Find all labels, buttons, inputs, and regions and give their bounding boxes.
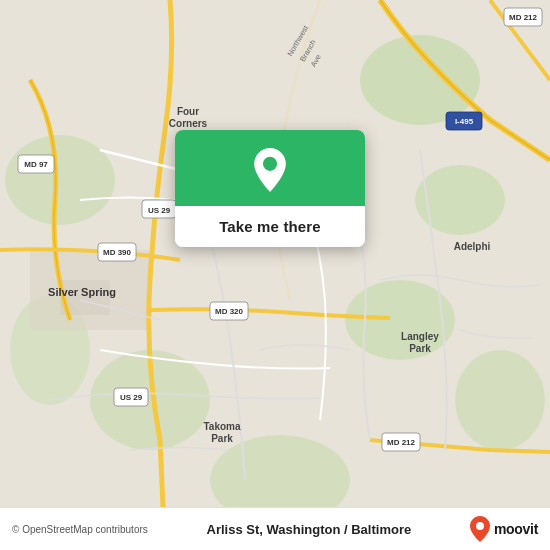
location-popup: Take me there <box>175 130 365 247</box>
svg-text:Park: Park <box>409 343 431 354</box>
svg-text:Four: Four <box>177 106 199 117</box>
attribution-text: © OpenStreetMap contributors <box>12 524 148 535</box>
svg-text:Silver Spring: Silver Spring <box>48 286 116 298</box>
moovit-logo: moovit <box>470 516 538 542</box>
map-container: MD 97 US 29 US 29 MD 390 MD 320 I-495 MD… <box>0 0 550 550</box>
svg-point-39 <box>263 157 277 171</box>
take-me-there-button[interactable]: Take me there <box>175 206 365 247</box>
moovit-pin-icon <box>470 516 490 542</box>
svg-text:I-495: I-495 <box>455 117 474 126</box>
svg-text:Takoma: Takoma <box>203 421 240 432</box>
svg-text:Adelphi: Adelphi <box>454 241 491 252</box>
location-pin-icon <box>248 148 292 192</box>
svg-point-6 <box>455 350 545 450</box>
svg-text:Corners: Corners <box>169 118 208 129</box>
svg-text:MD 97: MD 97 <box>24 160 48 169</box>
svg-point-40 <box>476 522 484 530</box>
svg-text:US 29: US 29 <box>120 393 143 402</box>
svg-point-2 <box>415 165 505 235</box>
popup-header <box>175 130 365 206</box>
svg-text:MD 320: MD 320 <box>215 307 244 316</box>
svg-text:MD 212: MD 212 <box>509 13 538 22</box>
location-label: Arliss St, Washington / Baltimore <box>148 522 470 537</box>
svg-text:Langley: Langley <box>401 331 439 342</box>
svg-text:Park: Park <box>211 433 233 444</box>
moovit-wordmark: moovit <box>494 521 538 537</box>
svg-text:US 29: US 29 <box>148 206 171 215</box>
svg-text:MD 212: MD 212 <box>387 438 416 447</box>
map-background: MD 97 US 29 US 29 MD 390 MD 320 I-495 MD… <box>0 0 550 550</box>
svg-text:MD 390: MD 390 <box>103 248 132 257</box>
bottom-bar: © OpenStreetMap contributors Arliss St, … <box>0 507 550 550</box>
svg-point-4 <box>5 135 115 225</box>
